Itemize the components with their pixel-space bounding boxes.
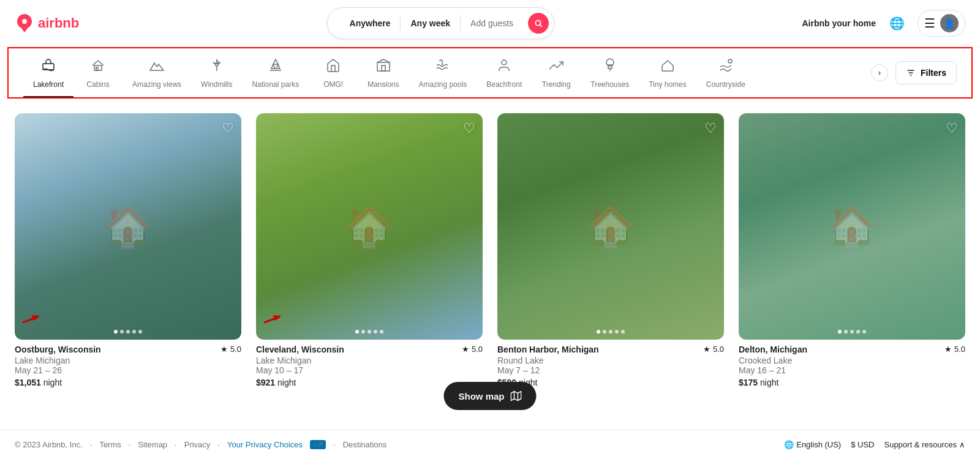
category-icon-windmills	[209, 58, 224, 76]
dot	[603, 330, 606, 334]
search-button[interactable]	[528, 13, 549, 34]
category-label-treehouses: Treehouses	[590, 80, 629, 89]
category-icon-treehouses	[603, 58, 617, 76]
category-icon-trending	[549, 58, 564, 76]
category-label-amazing-views: Amazing views	[132, 80, 181, 89]
user-menu[interactable]: ☰ 👤	[918, 10, 965, 37]
listing-info: Delton, Michigan ★ 5.0 Crooked Lake May …	[739, 340, 965, 387]
listing-info: Oostburg, Wisconsin ★ 5.0 Lake Michigan …	[15, 340, 241, 387]
show-map-container: Show map	[443, 382, 536, 410]
image-dots	[597, 330, 625, 334]
listing-price: $175 night	[739, 378, 965, 387]
listing-info: Cleveland, Wisconsin ★ 5.0 Lake Michigan…	[256, 340, 483, 387]
listing-card[interactable]: 🏠 ♡ Delton, Michigan ★ 5.0 Crooked Lake …	[739, 113, 965, 387]
dot	[361, 330, 365, 334]
category-item-mansions[interactable]: Mansions	[358, 48, 409, 97]
listing-card[interactable]: 🏠 ♡ Cleveland, Wisconsin ★ 5.0 L	[256, 113, 483, 387]
listing-dates: May 7 – 12	[497, 365, 724, 375]
dot	[844, 330, 848, 334]
listing-sublocation: Lake Michigan	[15, 356, 241, 365]
filters-button[interactable]: Filters	[895, 61, 957, 84]
svg-point-8	[502, 60, 507, 65]
globe-icon: 🌐	[889, 16, 905, 31]
category-nav-arrow[interactable]: ›	[871, 64, 888, 81]
listing-image: 🏠 ♡	[497, 113, 724, 340]
listing-price: $1,051 night	[15, 378, 241, 387]
listing-image: 🏠 ♡	[256, 113, 483, 340]
category-icon-lakefront	[41, 58, 56, 76]
category-item-tiny-homes[interactable]: Tiny homes	[639, 48, 696, 97]
listing-rating: ★ 5.0	[703, 345, 724, 354]
category-icon-countryside	[718, 58, 733, 76]
dot	[138, 330, 142, 334]
dot	[621, 330, 625, 334]
airbnb-home-link[interactable]: Airbnb your home	[802, 18, 876, 28]
listing-location: Cleveland, Wisconsin	[256, 345, 344, 354]
hamburger-icon: ☰	[924, 16, 935, 31]
dot	[856, 330, 860, 334]
listing-dates: May 10 – 17	[256, 365, 483, 375]
listing-arrow	[262, 309, 284, 334]
dot	[380, 330, 383, 334]
category-item-omg[interactable]: OMG!	[309, 48, 358, 97]
search-location[interactable]: Anywhere	[340, 18, 401, 28]
dot	[114, 330, 118, 334]
show-map-label: Show map	[458, 391, 504, 401]
dot	[838, 330, 842, 334]
category-item-amazing-views[interactable]: Amazing views	[123, 48, 191, 97]
category-label-amazing-pools: Amazing pools	[419, 80, 467, 89]
wishlist-button[interactable]: ♡	[946, 121, 958, 136]
category-icon-omg	[326, 58, 341, 76]
search-guests[interactable]: Add guests	[461, 18, 523, 28]
category-label-tiny-homes: Tiny homes	[649, 80, 687, 89]
category-icon-mansions	[376, 58, 391, 76]
filters-icon	[906, 68, 916, 78]
wishlist-button[interactable]: ♡	[222, 121, 234, 136]
listing-card[interactable]: 🏠 ♡ Benton Harbor, Michigan ★ 5.0 Round …	[497, 113, 724, 387]
show-map-button[interactable]: Show map	[443, 382, 536, 410]
search-bar[interactable]: Anywhere Any week Add guests	[327, 7, 555, 39]
svg-rect-7	[382, 65, 385, 71]
globe-button[interactable]: 🌐	[886, 12, 908, 34]
dot	[597, 330, 600, 334]
category-label-beachfront: Beachfront	[486, 80, 522, 89]
category-item-windmills[interactable]: Windmills	[191, 48, 242, 97]
wishlist-button[interactable]: ♡	[704, 121, 717, 136]
listing-card[interactable]: 🏠 ♡ Oostburg, Wisconsin ★ 5.0 La	[15, 113, 241, 387]
category-item-countryside[interactable]: Countryside	[696, 48, 755, 97]
category-item-beachfront[interactable]: Beachfront	[477, 48, 532, 97]
image-dots	[838, 330, 866, 334]
svg-marker-15	[511, 392, 521, 401]
category-icon-amazing-views	[149, 58, 164, 76]
dot	[374, 330, 377, 334]
category-nav-wrapper: Lakefront Cabins Amazing views Windmills…	[7, 47, 973, 99]
category-icon-beachfront	[497, 58, 511, 76]
category-item-lakefront[interactable]: Lakefront	[23, 48, 74, 97]
category-item-amazing-pools[interactable]: Amazing pools	[409, 48, 477, 97]
search-icon	[534, 19, 543, 28]
avatar: 👤	[940, 14, 959, 32]
filters-label: Filters	[921, 68, 946, 78]
category-label-mansions: Mansions	[368, 80, 399, 89]
listing-location: Oostburg, Wisconsin	[15, 345, 101, 354]
category-item-national-parks[interactable]: National parks	[242, 48, 309, 97]
category-label-windmills: Windmills	[201, 80, 232, 89]
wishlist-button[interactable]: ♡	[463, 121, 475, 136]
category-icon-tiny-homes	[660, 58, 675, 76]
map-icon	[511, 390, 522, 401]
footer: © 2023 Airbnb, Inc. · Terms · Sitemap · …	[0, 430, 980, 436]
category-item-treehouses[interactable]: Treehouses	[581, 48, 639, 97]
category-item-trending[interactable]: Trending	[532, 48, 581, 97]
category-label-cabins: Cabins	[86, 80, 109, 89]
listing-location: Benton Harbor, Michigan	[497, 345, 599, 354]
category-label-omg: OMG!	[323, 80, 343, 89]
avatar-icon: 👤	[943, 18, 956, 29]
dot	[120, 330, 124, 334]
image-dots	[355, 330, 383, 334]
listing-image: 🏠 ♡	[15, 113, 241, 340]
header-right: Airbnb your home 🌐 ☰ 👤	[802, 10, 965, 37]
search-dates[interactable]: Any week	[401, 18, 460, 28]
category-item-cabins[interactable]: Cabins	[74, 48, 123, 97]
logo[interactable]: airbnb	[15, 13, 79, 33]
svg-line-1	[540, 25, 542, 27]
